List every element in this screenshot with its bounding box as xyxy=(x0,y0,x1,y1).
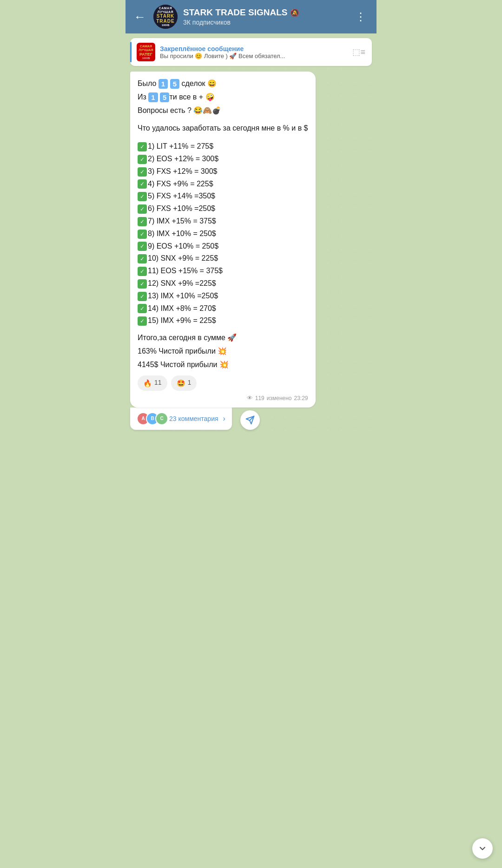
reaction-count: 1 xyxy=(188,378,192,388)
mute-icon: 🔕 xyxy=(290,8,299,17)
checkmark-icon: ✓ xyxy=(138,242,147,251)
trade-item-6: ✓6) FXS +10% =250$ xyxy=(138,203,308,215)
checkmark-icon: ✓ xyxy=(138,142,147,151)
trade-item-2: ✓2) EOS +12% = 300$ xyxy=(138,153,308,165)
spacer xyxy=(138,118,308,123)
comment-count[interactable]: 23 комментария xyxy=(169,415,218,422)
checkmark-icon: ✓ xyxy=(138,267,147,276)
pinned-thumb: САМАЯ ЛУЧШАЯ РАТЕГ 1000$ xyxy=(137,43,155,61)
checkmark-icon: ✓ xyxy=(138,230,147,239)
checkmark-icon: ✓ xyxy=(138,179,147,189)
checkmark-icon: ✓ xyxy=(138,316,147,326)
checkmark-icon: ✓ xyxy=(138,304,147,313)
checkmark-icon: ✓ xyxy=(138,155,147,164)
pinned-content: Закреплённое сообщение Вы просили 😊 Лови… xyxy=(160,45,348,59)
comment-arrow-icon: › xyxy=(223,414,225,423)
checkmark-icon: ✓ xyxy=(138,279,147,289)
num-5: 5 xyxy=(170,79,179,89)
trade-item-5: ✓5) FXS +14% =350$ xyxy=(138,191,308,202)
spacer2 xyxy=(138,136,308,141)
pinned-preview: Вы просили 😊 Ловите ) 🚀 Всем обязател... xyxy=(160,53,299,59)
chat-background: САМАЯ ЛУЧШАЯ РАТЕГ 1000$ Закреплённое со… xyxy=(126,33,376,434)
trade-item-1: ✓1) LIT +11% = 275$ xyxy=(138,141,308,152)
trade-item-10: ✓10) SNX +9% = 225$ xyxy=(138,253,308,264)
checkmark-icon: ✓ xyxy=(138,292,147,301)
intro-line-1: Было 1 5 сделок 😄 xyxy=(138,78,308,90)
share-button[interactable] xyxy=(240,410,260,430)
comment-avatar-3: C xyxy=(155,412,168,425)
bottom-row: A B C 23 комментария › xyxy=(130,409,372,430)
pinned-message-bar[interactable]: САМАЯ ЛУЧШАЯ РАТЕГ 1000$ Закреплённое со… xyxy=(130,38,372,66)
trade-item-8: ✓8) IMX +10% = 250$ xyxy=(138,228,308,240)
trade-item-4: ✓4) FXS +9% = 225$ xyxy=(138,178,308,190)
summary-line-2: 163% Чистой прибыли 💥 xyxy=(138,346,308,357)
intro-line-3: Вопросы есть ? 😂🙈💣 xyxy=(138,105,308,117)
intro-line-2: Из 1 5ти все в + 🤪 xyxy=(138,92,308,103)
subscriber-count: 3К подписчиков xyxy=(183,19,346,26)
reaction-emoji: 🤩 xyxy=(177,378,185,388)
earn-text: Что удалось заработать за сегодня мне в … xyxy=(138,123,308,134)
reaction-1[interactable]: 🤩1 xyxy=(171,375,197,391)
comment-bar[interactable]: A B C 23 комментария › xyxy=(130,408,232,430)
summary-line-3: 4145$ Чистой прибыли 💥 xyxy=(138,359,308,371)
views-icon: 👁 xyxy=(247,394,253,403)
reaction-count: 11 xyxy=(154,378,162,388)
num-1: 1 xyxy=(159,79,168,89)
back-button[interactable]: ← xyxy=(132,8,148,26)
message-time: 23:29 xyxy=(294,394,308,403)
message-bubble: Было 1 5 сделок 😄 Из 1 5ти все в + 🤪 Воп… xyxy=(130,72,316,408)
trade-item-3: ✓3) FXS +12% = 300$ xyxy=(138,166,308,178)
channel-name-text: STARK TRADE SIGNALS xyxy=(183,7,287,18)
edited-label: изменено xyxy=(267,394,292,403)
spacer3 xyxy=(138,328,308,332)
message-meta: 👁 119 изменено 23:29 xyxy=(138,394,308,403)
trade-item-13: ✓13) IMX +10% =250$ xyxy=(138,290,308,302)
summary-line-1: Итого,за сегодня в сумме 🚀 xyxy=(138,332,308,344)
num-5b: 5 xyxy=(160,92,169,102)
checkmark-icon: ✓ xyxy=(138,204,147,214)
checkmark-icon: ✓ xyxy=(138,167,147,177)
trade-item-14: ✓14) IMX +8% = 270$ xyxy=(138,303,308,315)
trade-item-7: ✓7) IMX +15% = 375$ xyxy=(138,216,308,227)
checkmark-icon: ✓ xyxy=(138,192,147,201)
channel-title: STARK TRADE SIGNALS 🔕 xyxy=(183,7,346,18)
pinned-title: Закреплённое сообщение xyxy=(160,45,348,53)
chat-header: ← САМАЯ ЛУЧШАЯ STARKTRADE 1000$ STARK TR… xyxy=(126,0,376,33)
trade-list: ✓1) LIT +11% = 275$✓2) EOS +12% = 300$✓3… xyxy=(138,141,308,327)
checkmark-icon: ✓ xyxy=(138,254,147,263)
trade-item-12: ✓12) SNX +9% =225$ xyxy=(138,278,308,289)
views-count: 119 xyxy=(255,394,264,403)
comment-avatars: A B C xyxy=(137,412,165,425)
more-menu-button[interactable]: ⋮ xyxy=(351,8,370,25)
reactions-container: 🔥11🤩1 xyxy=(138,375,308,391)
trade-item-9: ✓9) EOS +10% = 250$ xyxy=(138,241,308,252)
trade-item-15: ✓15) IMX +9% = 225$ xyxy=(138,315,308,327)
bookmark-icon: ⬚≡ xyxy=(352,47,365,57)
avatar[interactable]: САМАЯ ЛУЧШАЯ STARKTRADE 1000$ xyxy=(153,5,178,29)
checkmark-icon: ✓ xyxy=(138,217,147,226)
reaction-0[interactable]: 🔥11 xyxy=(138,375,167,391)
message-row: Было 1 5 сделок 😄 Из 1 5ти все в + 🤪 Воп… xyxy=(130,72,372,408)
num-1b: 1 xyxy=(148,92,158,102)
channel-info[interactable]: STARK TRADE SIGNALS 🔕 3К подписчиков xyxy=(183,7,346,26)
reaction-emoji: 🔥 xyxy=(143,378,152,388)
trade-item-11: ✓11) EOS +15% = 375$ xyxy=(138,265,308,277)
